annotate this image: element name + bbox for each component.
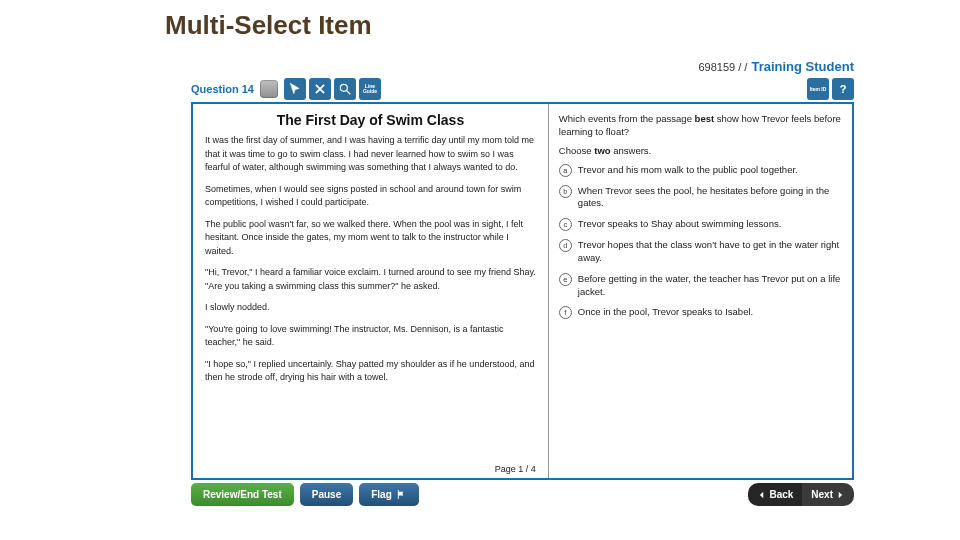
- passage-panel: The First Day of Swim Class It was the f…: [193, 104, 549, 478]
- options-list: aTrevor and his mom walk to the public p…: [559, 164, 842, 320]
- stem-bold: best: [695, 113, 715, 124]
- toolbar: Question 14 Line Guide Item ID ?: [185, 76, 860, 102]
- nav-buttons: Back Next: [748, 483, 854, 506]
- back-label: Back: [769, 489, 793, 500]
- question-stem: Which events from the passage best show …: [559, 112, 842, 139]
- passage-body: It was the first day of summer, and I wa…: [205, 134, 536, 464]
- flag-label: Flag: [371, 489, 392, 500]
- help-button[interactable]: ?: [832, 78, 854, 100]
- chevron-left-icon: [757, 490, 767, 500]
- question-info-icon[interactable]: [260, 80, 278, 98]
- passage-paragraph: The public pool wasn't far, so we walked…: [205, 218, 536, 259]
- test-player-app: 698159 / / Training Student Question 14 …: [185, 58, 860, 508]
- option-text: Trevor and his mom walk to the public po…: [578, 164, 798, 177]
- answer-option[interactable]: bWhen Trevor sees the pool, he hesitates…: [559, 185, 842, 211]
- question-number[interactable]: Question 14: [191, 83, 254, 95]
- option-text: Trevor hopes that the class won't have t…: [578, 239, 842, 265]
- passage-paragraph: "You're going to love swimming! The inst…: [205, 323, 536, 350]
- page-indicator: Page 1 / 4: [205, 464, 536, 474]
- line-guide-label-b: Guide: [363, 89, 377, 94]
- slide-title: Multi-Select Item: [0, 0, 960, 51]
- answer-option[interactable]: aTrevor and his mom walk to the public p…: [559, 164, 842, 177]
- magnifier-tool-icon[interactable]: [334, 78, 356, 100]
- header: 698159 / / Training Student: [185, 58, 860, 76]
- content-frame: The First Day of Swim Class It was the f…: [191, 102, 854, 480]
- flag-icon: [396, 489, 407, 500]
- option-text: Trevor speaks to Shay about swimming les…: [578, 218, 781, 231]
- answer-option[interactable]: dTrevor hopes that the class won't have …: [559, 239, 842, 265]
- student-brand: Training Student: [751, 59, 854, 74]
- option-bubble[interactable]: c: [559, 218, 572, 231]
- option-text: Before getting in the water, the teacher…: [578, 273, 842, 299]
- flag-button[interactable]: Flag: [359, 483, 419, 506]
- chevron-right-icon: [835, 490, 845, 500]
- option-text: When Trevor sees the pool, he hesitates …: [578, 185, 842, 211]
- instr-bold: two: [594, 145, 610, 156]
- next-button[interactable]: Next: [802, 483, 854, 506]
- option-bubble[interactable]: e: [559, 273, 572, 286]
- pause-button[interactable]: Pause: [300, 483, 353, 506]
- passage-paragraph: Sometimes, when I would see signs posted…: [205, 183, 536, 210]
- question-panel: Which events from the passage best show …: [549, 104, 852, 478]
- passage-paragraph: I slowly nodded.: [205, 301, 536, 315]
- next-label: Next: [811, 489, 833, 500]
- passage-paragraph: "I hope so," I replied uncertainly. Shay…: [205, 358, 536, 385]
- instr-post: answers.: [611, 145, 652, 156]
- passage-title: The First Day of Swim Class: [205, 112, 536, 128]
- passage-paragraph: "Hi, Trevor," I heard a familiar voice e…: [205, 266, 536, 293]
- answer-option[interactable]: cTrevor speaks to Shay about swimming le…: [559, 218, 842, 231]
- item-id-label: Item ID: [810, 87, 827, 92]
- student-id: 698159 / /: [699, 61, 748, 73]
- option-bubble[interactable]: b: [559, 185, 572, 198]
- right-tools: Item ID ?: [807, 78, 854, 100]
- option-bubble[interactable]: d: [559, 239, 572, 252]
- option-text: Once in the pool, Trevor speaks to Isabe…: [578, 306, 753, 319]
- answer-option[interactable]: fOnce in the pool, Trevor speaks to Isab…: [559, 306, 842, 319]
- option-bubble[interactable]: f: [559, 306, 572, 319]
- item-id-button[interactable]: Item ID: [807, 78, 829, 100]
- review-end-test-button[interactable]: Review/End Test: [191, 483, 294, 506]
- back-button[interactable]: Back: [748, 483, 802, 506]
- answer-option[interactable]: eBefore getting in the water, the teache…: [559, 273, 842, 299]
- eliminator-tool-icon[interactable]: [309, 78, 331, 100]
- tool-group: Line Guide: [284, 78, 381, 100]
- bottom-bar: Review/End Test Pause Flag Back Next: [191, 483, 854, 506]
- stem-pre: Which events from the passage: [559, 113, 695, 124]
- pointer-tool-icon[interactable]: [284, 78, 306, 100]
- svg-point-0: [340, 84, 347, 91]
- passage-paragraph: It was the first day of summer, and I wa…: [205, 134, 536, 175]
- question-instruction: Choose two answers.: [559, 145, 842, 156]
- line-guide-tool-icon[interactable]: Line Guide: [359, 78, 381, 100]
- instr-pre: Choose: [559, 145, 594, 156]
- option-bubble[interactable]: a: [559, 164, 572, 177]
